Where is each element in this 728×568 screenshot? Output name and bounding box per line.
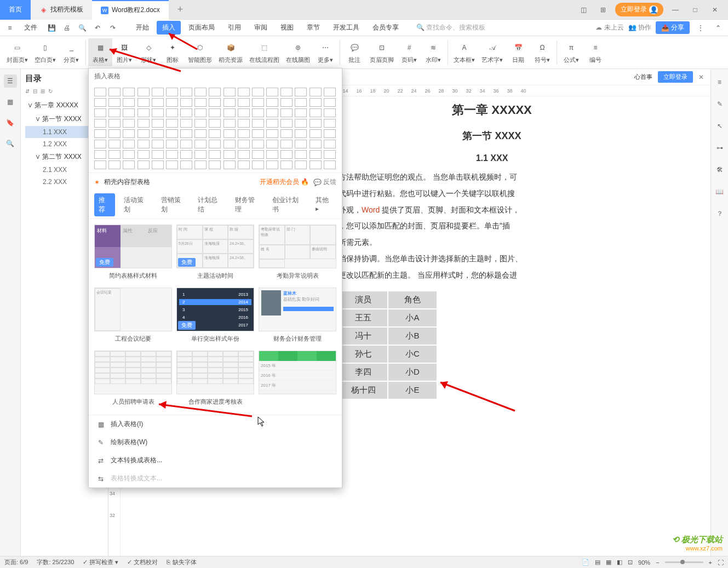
- grid-cell[interactable]: [108, 119, 121, 128]
- print-icon[interactable]: 🖨: [60, 21, 73, 35]
- grid-cell[interactable]: [238, 140, 250, 148]
- grid-cell[interactable]: [94, 150, 106, 159]
- rail-right-tools-icon[interactable]: 🛠: [713, 163, 726, 176]
- grid-cell[interactable]: [166, 160, 178, 169]
- grid-cell[interactable]: [324, 150, 336, 159]
- grid-cell[interactable]: [108, 140, 121, 148]
- grid-cell[interactable]: [123, 150, 135, 159]
- table-size-grid[interactable]: [89, 84, 342, 173]
- view-mode-icon-2[interactable]: ▤: [595, 559, 600, 566]
- grid-cell[interactable]: [280, 108, 293, 117]
- grid-cell[interactable]: [180, 98, 192, 107]
- grid-cell[interactable]: [166, 140, 178, 148]
- grid-cell[interactable]: [324, 129, 336, 138]
- grid-cell[interactable]: [108, 98, 121, 107]
- grid-cell[interactable]: [180, 119, 192, 128]
- grid-cell[interactable]: [295, 160, 307, 169]
- grid-cell[interactable]: [166, 150, 178, 159]
- grid-cell[interactable]: [266, 160, 278, 169]
- grid-cell[interactable]: [209, 129, 221, 138]
- template-item[interactable]: 人员招聘申请表: [94, 351, 172, 409]
- grid-cell[interactable]: [324, 119, 336, 128]
- template-item[interactable]: 考勤异常说明表部 门姓 名事由说明考勤异常说明表: [259, 225, 336, 283]
- share-button[interactable]: 📤 分享: [656, 21, 690, 34]
- grid-cell[interactable]: [180, 108, 192, 117]
- template-item[interactable]: 会议纪要工程会议纪要: [94, 288, 172, 346]
- outline-minus-icon[interactable]: ⊟: [33, 88, 37, 94]
- grid-cell[interactable]: [152, 140, 164, 148]
- grid-cell[interactable]: [152, 160, 164, 169]
- grid-cell[interactable]: [238, 150, 250, 159]
- undo-icon[interactable]: ↶: [91, 21, 104, 35]
- table-menu-grid[interactable]: ▦插入表格(I): [89, 415, 342, 433]
- grid-cell[interactable]: [280, 88, 293, 96]
- banner-login[interactable]: 立即登录: [658, 71, 693, 83]
- template-tab[interactable]: 财务管理: [231, 193, 263, 216]
- grid-cell[interactable]: [194, 98, 207, 107]
- rail-outline-icon[interactable]: ☰: [4, 74, 17, 88]
- grid-cell[interactable]: [309, 108, 322, 117]
- grid-cell[interactable]: [180, 140, 192, 148]
- template-item[interactable]: 2015 年2016 年2017 年: [259, 351, 336, 409]
- grid-cell[interactable]: [209, 98, 221, 107]
- login-button[interactable]: 立即登录 👤: [615, 3, 663, 16]
- ribbon-flowchart[interactable]: ⬚在线流程图: [246, 38, 283, 66]
- rail-right-help-icon[interactable]: ？: [713, 207, 726, 220]
- zoom-in-icon[interactable]: +: [709, 559, 712, 566]
- template-tab[interactable]: 推荐: [94, 193, 115, 216]
- grid-cell[interactable]: [209, 150, 221, 159]
- grid-cell[interactable]: [180, 129, 192, 138]
- grid-cell[interactable]: [295, 129, 307, 138]
- grid-cell[interactable]: [295, 150, 307, 159]
- banner-heart[interactable]: 心首事: [634, 73, 652, 81]
- doc-table[interactable]: 演员角色王五小A冯十小B孙七小C李四小D杨十四小E: [339, 291, 645, 399]
- menu-vip[interactable]: 会员专享: [367, 21, 404, 35]
- grid-cell[interactable]: [108, 160, 121, 169]
- grid-cell[interactable]: [152, 88, 164, 96]
- grid-cell[interactable]: [166, 108, 178, 117]
- grid-cell[interactable]: [266, 150, 278, 159]
- grid-cell[interactable]: [266, 88, 278, 96]
- grid-cell[interactable]: [252, 129, 264, 138]
- ribbon-headerfooter[interactable]: ⊡页眉页脚: [366, 38, 397, 66]
- grid-cell[interactable]: [94, 160, 106, 169]
- grid-cell[interactable]: [123, 98, 135, 107]
- grid-cell[interactable]: [238, 119, 250, 128]
- grid-cell[interactable]: [309, 98, 322, 107]
- grid-cell[interactable]: [280, 140, 293, 148]
- grid-cell[interactable]: [137, 160, 150, 169]
- status-font[interactable]: ⎘ 缺失字体: [167, 558, 196, 566]
- grid-cell[interactable]: [223, 98, 236, 107]
- template-tab-more[interactable]: 其他 ▸: [311, 193, 336, 216]
- grid-cell[interactable]: [123, 108, 135, 117]
- grid-cell[interactable]: [194, 140, 207, 148]
- grid-cell[interactable]: [94, 129, 106, 138]
- grid-cell[interactable]: [194, 108, 207, 117]
- cloud-status[interactable]: ☁ 未上云: [595, 23, 623, 32]
- ribbon-table[interactable]: ▦表格▾: [88, 38, 112, 66]
- status-proof[interactable]: ✓ 文档校对: [127, 558, 158, 566]
- collab-button[interactable]: 👥 协作: [628, 23, 651, 32]
- banner-close-icon[interactable]: ✕: [698, 73, 704, 81]
- rail-right-settings-icon[interactable]: ≡: [713, 76, 726, 89]
- grid-cell[interactable]: [194, 129, 207, 138]
- menu-file[interactable]: 文件: [19, 21, 43, 35]
- grid-cell[interactable]: [137, 119, 150, 128]
- ribbon-number2[interactable]: ≡编号: [583, 38, 607, 66]
- template-item[interactable]: 合作商家进度考核表: [176, 351, 254, 409]
- table-menu-convert[interactable]: ⇄文本转换成表格...: [89, 451, 342, 469]
- grid-cell[interactable]: [137, 150, 150, 159]
- grid-cell[interactable]: [266, 140, 278, 148]
- menu-search[interactable]: 🔍 查找命令、搜索模板: [416, 23, 485, 32]
- grid-cell[interactable]: [252, 119, 264, 128]
- template-item[interactable]: 材料属性反应免费简约表格样式材料: [94, 225, 172, 283]
- grid-cell[interactable]: [166, 129, 178, 138]
- grid-cell[interactable]: [309, 129, 322, 138]
- grid-cell[interactable]: [209, 108, 221, 117]
- menu-review[interactable]: 审阅: [249, 21, 273, 35]
- template-item[interactable]: 时 间课 程班 级5月26日淮海晚报24.2×36。淮海晚报24.2×36。免费…: [176, 225, 254, 283]
- grid-cell[interactable]: [266, 98, 278, 107]
- close-button[interactable]: ✕: [707, 6, 723, 14]
- ribbon-shape[interactable]: ◇形状▾: [136, 38, 160, 66]
- tab-document[interactable]: W Word教程2.docx: [92, 0, 169, 20]
